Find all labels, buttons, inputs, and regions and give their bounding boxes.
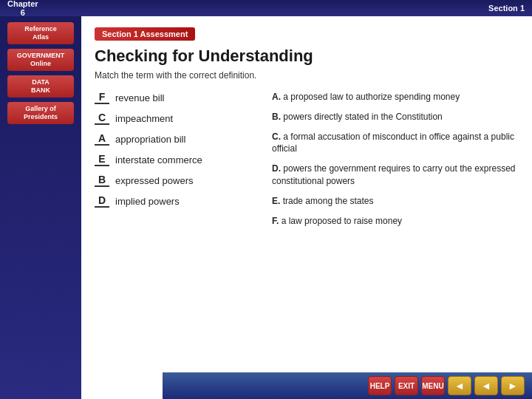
def-label-4: D.: [272, 163, 281, 174]
sidebar-item-data-bank[interactable]: DATA BANK: [7, 75, 74, 98]
sidebar: Reference Atlas GOVERNMENT Online DATA B…: [0, 16, 81, 399]
chapter-label: Chapter 6: [7, 0, 38, 17]
answer-6: D: [95, 194, 109, 208]
subtitle: Match the term with the correct definiti…: [95, 70, 519, 81]
term-row-4: E interstate commerce: [95, 153, 257, 166]
section-label: Section 1: [488, 4, 525, 13]
sidebar-item-gallery[interactable]: Gallery of Presidents: [7, 102, 74, 124]
def-text-4: powers the government requires to carry …: [272, 163, 516, 186]
answer-5: B: [95, 174, 109, 187]
term-6: implied powers: [115, 196, 180, 207]
term-4: interstate commerce: [115, 154, 202, 166]
help-button[interactable]: HELP: [368, 376, 392, 395]
matching-area: F revenue bill C impeachment A appropria…: [95, 91, 519, 227]
definition-6: F. a law proposed to raise money: [272, 215, 519, 228]
sidebar-item-government-online[interactable]: GOVERNMENT Online: [7, 49, 74, 71]
term-row-5: B expressed powers: [95, 174, 257, 187]
def-label-3: C.: [272, 132, 281, 142]
answer-4: E: [95, 153, 109, 166]
def-text-1: a proposed law to authorize spending mon…: [283, 92, 460, 102]
section-banner: Section 1 Assessment: [95, 27, 195, 41]
term-1: revenue bill: [115, 92, 165, 103]
def-label-5: E.: [272, 196, 280, 206]
answer-1: F: [95, 91, 109, 104]
page-title: Checking for Understanding: [95, 47, 519, 66]
definition-1: A. a proposed law to authorize spending …: [272, 91, 519, 103]
definition-2: B. powers directly stated in the Constit…: [272, 111, 519, 123]
definition-5: E. trade among the states: [272, 195, 519, 208]
definition-4: D. powers the government requires to car…: [272, 163, 519, 188]
def-label-2: B.: [272, 112, 281, 122]
def-label-6: F.: [272, 216, 279, 226]
term-row-6: D implied powers: [95, 194, 257, 208]
def-text-2: powers directly stated in the Constituti…: [283, 112, 442, 122]
definitions-column: A. a proposed law to authorize spending …: [272, 91, 519, 227]
terms-column: F revenue bill C impeachment A appropria…: [95, 91, 257, 227]
term-row-1: F revenue bill: [95, 91, 257, 104]
main-content: Section 1 Assessment Checking for Unders…: [81, 16, 532, 399]
definition-3: C. a formal accusation of misconduct in …: [272, 131, 519, 156]
menu-button[interactable]: MENU: [421, 376, 445, 395]
prev-button[interactable]: ◄: [474, 376, 498, 395]
top-bar: Chapter 6 Section 1: [0, 0, 532, 16]
answer-3: A: [95, 132, 109, 146]
answer-2: C: [95, 112, 109, 125]
def-label-1: A.: [272, 92, 281, 102]
term-row-2: C impeachment: [95, 112, 257, 125]
term-3: appropriation bill: [115, 134, 185, 145]
def-text-3: a formal accusation of misconduct in off…: [272, 132, 514, 154]
bottom-nav: HELP EXIT MENU ◄ ◄ ►: [163, 372, 532, 399]
term-row-3: A appropriation bill: [95, 132, 257, 146]
term-2: impeachment: [115, 113, 173, 124]
sidebar-item-reference-atlas[interactable]: Reference Atlas: [7, 22, 74, 44]
next-button[interactable]: ►: [501, 376, 525, 395]
def-text-6: a law proposed to raise money: [282, 216, 402, 226]
term-5: expressed powers: [115, 175, 194, 186]
back-button[interactable]: ◄: [448, 376, 471, 395]
def-text-5: trade among the states: [283, 196, 374, 206]
exit-button[interactable]: EXIT: [395, 376, 418, 395]
